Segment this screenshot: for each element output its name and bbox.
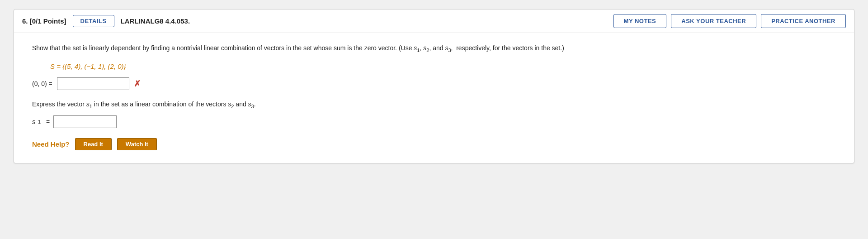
header-buttons: MY NOTES ASK YOUR TEACHER PRACTICE ANOTH… <box>613 14 846 28</box>
answer-row: (0, 0) = ✗ <box>32 77 836 90</box>
s1-row: s1 = <box>32 115 836 128</box>
s3-express: s <box>248 100 251 108</box>
problem-text: Show that the set is linearly dependent … <box>32 43 836 54</box>
answer-label: (0, 0) = <box>32 80 52 87</box>
details-button[interactable]: DETAILS <box>73 15 114 27</box>
ask-teacher-button[interactable]: ASK YOUR TEACHER <box>671 14 756 28</box>
set-equation: S = {(5, 4), (−1, 1), (2, 0)} <box>50 62 836 70</box>
s1-label: s <box>32 118 35 125</box>
read-it-button[interactable]: Read It <box>75 138 112 150</box>
problem-number: 6. [0/1 Points] <box>22 17 66 25</box>
s1-input[interactable] <box>53 115 117 128</box>
error-icon: ✗ <box>134 79 141 89</box>
card-header: 6. [0/1 Points] DETAILS LARLINALG8 4.4.0… <box>14 10 854 33</box>
answer-input[interactable] <box>57 77 129 90</box>
need-help-label: Need Help? <box>32 140 70 148</box>
problem-code: LARLINALG8 4.4.053. <box>121 17 190 25</box>
set-label: S <box>50 62 55 70</box>
practice-another-button[interactable]: PRACTICE ANOTHER <box>761 14 846 28</box>
express-text: Express the vector s1 in the set as a li… <box>32 99 836 110</box>
card-body: Show that the set is linearly dependent … <box>14 33 854 163</box>
need-help-row: Need Help? Read It Watch It <box>32 138 836 150</box>
watch-it-button[interactable]: Watch It <box>117 138 157 150</box>
s1-express: s <box>86 100 90 108</box>
my-notes-button[interactable]: MY NOTES <box>613 14 667 28</box>
equals-sign: = <box>44 118 50 125</box>
problem-card: 6. [0/1 Points] DETAILS LARLINALG8 4.4.0… <box>14 9 854 163</box>
